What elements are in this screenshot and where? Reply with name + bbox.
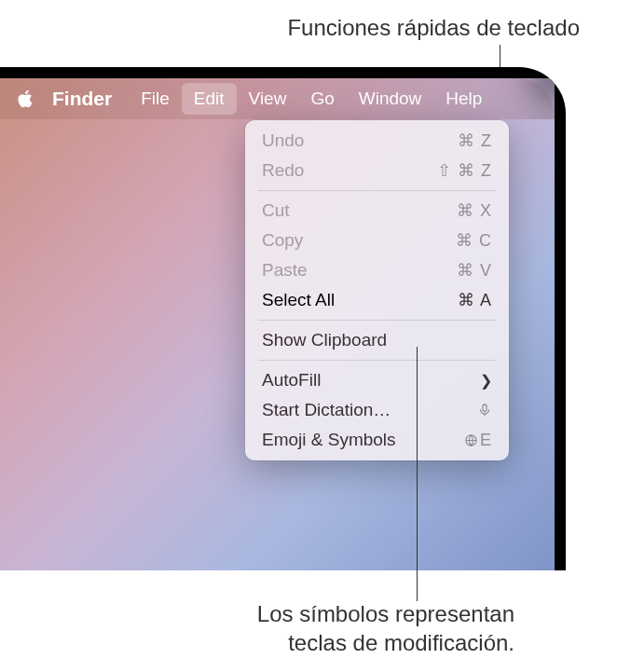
menu-label: Cut (262, 200, 290, 221)
menu-label: Start Dictation… (262, 400, 391, 420)
menu-label: Show Clipboard (262, 330, 387, 350)
menu-divider (258, 360, 496, 361)
shortcut-text: ⌘ X (457, 200, 492, 221)
callout-top-label: Funciones rápidas de teclado (287, 15, 580, 41)
edit-dropdown-menu: Undo ⌘ Z Redo ⇧ ⌘ Z Cut ⌘ X Copy ⌘ C Pas… (245, 120, 509, 460)
menu-redo[interactable]: Redo ⇧ ⌘ Z (245, 156, 509, 185)
menu-go[interactable]: Go (298, 83, 346, 115)
menu-label: Paste (262, 260, 308, 281)
menu-start-dictation[interactable]: Start Dictation… (245, 395, 509, 425)
menu-label: Undo (262, 130, 304, 151)
menu-view[interactable]: View (237, 83, 299, 115)
shortcut-text: ⌘ C (456, 230, 492, 251)
menu-divider (258, 190, 496, 191)
callout-bottom-label: Los símbolos representan teclas de modif… (257, 599, 514, 657)
shortcut-text: ⌘ V (457, 260, 492, 281)
menu-window[interactable]: Window (347, 83, 434, 115)
menu-cut[interactable]: Cut ⌘ X (245, 196, 509, 226)
shortcut-text: E (464, 431, 492, 450)
shortcut-text: ⌘ Z (458, 130, 492, 151)
menu-label: Copy (262, 230, 303, 251)
svg-rect-0 (483, 405, 487, 411)
device-frame: Finder File Edit View Go Window Help Und… (0, 67, 566, 570)
menu-label: Select All (262, 290, 335, 310)
chevron-right-icon: ❯ (480, 372, 492, 390)
menu-paste[interactable]: Paste ⌘ V (245, 255, 509, 285)
menu-select-all[interactable]: Select All ⌘ A (245, 285, 509, 315)
menu-file[interactable]: File (129, 83, 182, 115)
globe-icon (464, 433, 478, 447)
menu-help[interactable]: Help (433, 83, 494, 115)
menu-label: Redo (262, 160, 304, 181)
menu-copy[interactable]: Copy ⌘ C (245, 226, 509, 255)
desktop-screen: Finder File Edit View Go Window Help Und… (0, 78, 555, 570)
menu-autofill[interactable]: AutoFill ❯ (245, 365, 509, 395)
app-name[interactable]: Finder (52, 88, 112, 110)
menu-label: AutoFill (262, 370, 321, 391)
shortcut-text: ⌘ A (458, 290, 492, 310)
shortcut-text: ⇧ ⌘ Z (437, 160, 492, 181)
callout-line (417, 347, 418, 601)
menu-show-clipboard[interactable]: Show Clipboard (245, 325, 509, 355)
menu-emoji-symbols[interactable]: Emoji & Symbols E (245, 425, 509, 455)
menu-undo[interactable]: Undo ⌘ Z (245, 126, 509, 156)
menu-edit[interactable]: Edit (182, 83, 237, 115)
mic-icon (477, 403, 492, 418)
menu-label: Emoji & Symbols (262, 430, 396, 450)
menubar: Finder File Edit View Go Window Help (0, 78, 555, 119)
menu-divider (258, 320, 496, 321)
apple-logo-icon[interactable] (15, 89, 35, 109)
